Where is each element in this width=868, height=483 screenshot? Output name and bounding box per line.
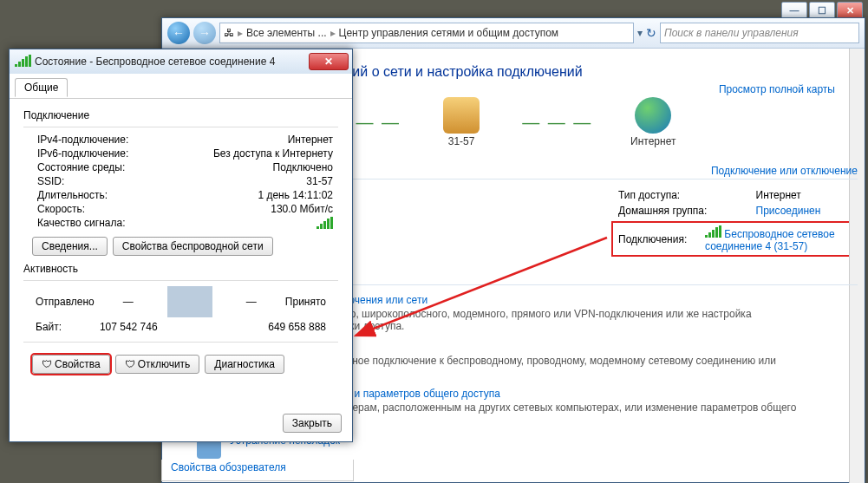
- kv-value: Без доступа к Интернету: [213, 147, 333, 160]
- breadcrumb-2[interactable]: Центр управления сетями и общим доступом: [339, 27, 559, 39]
- connection-highlight: Подключения: Беспроводное сетевое соедин…: [611, 221, 858, 257]
- maximize-button[interactable]: ☐: [809, 2, 835, 19]
- node-router: 31-57: [409, 97, 513, 147]
- bytes-label: Байт:: [36, 321, 62, 333]
- status-dialog: Состояние - Беспроводное сетевое соедине…: [9, 49, 353, 442]
- dropdown-icon[interactable]: ▾: [637, 27, 643, 39]
- breadcrumb-icon: 🖧: [224, 27, 234, 39]
- recv-label: Принято: [285, 296, 326, 308]
- activity-icon: [167, 286, 212, 317]
- properties-button[interactable]: 🛡Свойства: [32, 355, 110, 374]
- search-input[interactable]: Поиск в панели управления: [660, 23, 859, 43]
- refresh-button[interactable]: ↻: [646, 26, 656, 40]
- shield-icon: 🛡: [42, 358, 52, 370]
- network-properties: Тип доступа: Интернет Домашняя группа: П…: [611, 185, 858, 225]
- dialog-body: Подключение IPv4-подключение:Интернет IP…: [10, 99, 352, 386]
- breadcrumb-1[interactable]: Все элементы ...: [246, 27, 327, 39]
- kv-value: Интернет: [288, 134, 333, 146]
- nav-forward-button[interactable]: →: [193, 22, 216, 44]
- connect-disconnect-link[interactable]: Подключение или отключение: [711, 165, 858, 177]
- close-button[interactable]: ✕: [837, 2, 863, 19]
- minimize-button[interactable]: —: [781, 2, 807, 19]
- nav-back-button[interactable]: ←: [167, 22, 190, 44]
- prop-key: Тип доступа:: [615, 188, 751, 202]
- signal-icon: [317, 217, 333, 229]
- address-bar[interactable]: 🖧 ▸ Все элементы ... ▸ Центр управления …: [219, 23, 634, 43]
- dialog-title: Состояние - Беспроводное сетевое соедине…: [35, 55, 275, 68]
- shield-icon: 🛡: [125, 358, 135, 370]
- homegroup-link[interactable]: Присоединен: [756, 205, 821, 217]
- kv-value: 1 день 14:11:02: [258, 189, 333, 201]
- kv-key: Длительность:: [37, 189, 108, 201]
- wireless-properties-button[interactable]: Свойства беспроводной сети: [113, 237, 273, 256]
- tab-general[interactable]: Общие: [15, 78, 68, 97]
- kv-key: Состояние среды:: [37, 161, 125, 173]
- connection-link[interactable]: Беспроводное сетевое соединение 4 (31-57…: [705, 228, 835, 252]
- sidebar-link-browser-properties[interactable]: Свойства обозревателя: [161, 460, 354, 481]
- kv-key: Скорость:: [37, 203, 85, 215]
- diagnose-button[interactable]: Диагностика: [205, 355, 284, 374]
- group-activity: Активность: [23, 263, 338, 275]
- kv-key: IPv4-подключение:: [37, 134, 128, 146]
- bytes-sent: 107 542 746: [100, 321, 158, 333]
- full-map-link[interactable]: Просмотр полной карты: [719, 83, 835, 95]
- activity-row: Отправлено — — Принято: [23, 286, 338, 317]
- link-line-icon: — — —: [522, 117, 592, 127]
- signal-icon: [705, 225, 721, 238]
- house-icon: [443, 97, 480, 134]
- prop-value: Интернет: [753, 188, 855, 202]
- desktop-window-buttons: — ☐ ✕: [0, 0, 868, 16]
- sent-label: Отправлено: [36, 296, 95, 308]
- node-internet: Интернет: [601, 97, 705, 147]
- kv-value: Подключено: [273, 161, 333, 173]
- dialog-titlebar[interactable]: Состояние - Беспроводное сетевое соедине…: [10, 49, 352, 74]
- bytes-recv: 649 658 888: [268, 321, 326, 333]
- navigation-bar: ← → 🖧 ▸ Все элементы ... ▸ Центр управле…: [162, 18, 865, 49]
- search-placeholder: Поиск в панели управления: [664, 27, 799, 39]
- kv-key: Качество сигнала:: [37, 217, 125, 229]
- disable-button[interactable]: 🛡Отключить: [115, 355, 200, 374]
- prop-key: Домашняя группа:: [615, 204, 751, 218]
- dialog-close-button[interactable]: ✕: [309, 53, 349, 70]
- scrollbar[interactable]: [849, 49, 865, 483]
- node-label: Интернет: [630, 135, 675, 147]
- details-button[interactable]: Сведения...: [32, 237, 108, 256]
- group-connection: Подключение: [23, 109, 338, 121]
- close-button[interactable]: Закрыть: [283, 414, 342, 433]
- node-label: 31-57: [448, 135, 475, 147]
- kv-key: IPv6-подключение:: [37, 147, 128, 160]
- signal-icon: [15, 55, 31, 69]
- tab-strip: Общие: [10, 74, 352, 99]
- globe-icon: [635, 97, 671, 134]
- kv-key: SSID:: [37, 175, 64, 187]
- kv-value: 130.0 Мбит/c: [271, 203, 333, 215]
- kv-value: 31-57: [306, 175, 333, 187]
- prop-key: Подключения:: [615, 225, 700, 253]
